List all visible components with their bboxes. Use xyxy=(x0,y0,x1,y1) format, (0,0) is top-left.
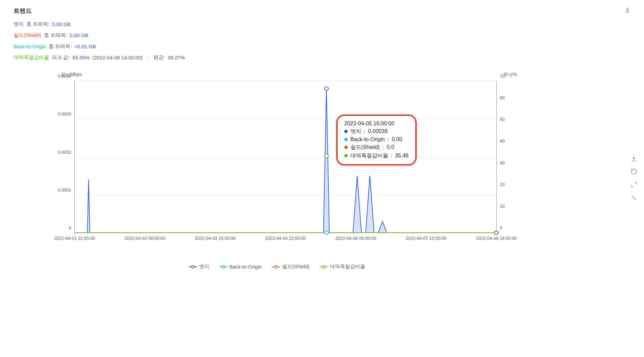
ytick-right-1: 10 xyxy=(500,203,510,208)
svg-point-5 xyxy=(324,231,328,234)
stat-edge: 엣지 총 트래픽: 0.00 GB xyxy=(14,21,630,27)
legend-bto[interactable]: Back-to-Origin xyxy=(219,263,262,270)
xtick-4: 2022-04-06 05:00:00 xyxy=(336,236,376,241)
dot-shield-icon xyxy=(344,146,348,149)
chart-container: 유닛Mbps 유닛% 0 0.0001 0.0002 0.0003 0.0004… xyxy=(41,71,514,270)
ytick-right-7: 70 xyxy=(500,74,510,79)
tooltip-row-edge: 엣지: 0.00038 xyxy=(344,128,409,135)
dot-edge-icon xyxy=(344,130,348,133)
stat-shield-key: 총 트래픽: xyxy=(44,32,67,39)
svg-point-3 xyxy=(324,87,328,90)
tool-collapse-icon[interactable] xyxy=(630,195,637,202)
stat-band-label: 대역폭절감비율 xyxy=(14,54,49,61)
svg-point-12 xyxy=(275,265,277,268)
ytick-right-3: 30 xyxy=(500,160,510,165)
tool-download-icon[interactable] xyxy=(630,155,637,163)
stat-edge-key: 총 트래픽: xyxy=(26,21,49,27)
chart-legend: 엣지 Back-to-Origin 쉴드(Shield) 대역폭절감비율 xyxy=(41,263,514,270)
page-title: 트렌드 xyxy=(14,7,32,15)
legend-edge-marker-icon xyxy=(189,265,197,269)
legend-bto-label: Back-to-Origin xyxy=(229,264,262,270)
tooltip-row-band: 대역폭절감비율: 35.46 xyxy=(344,152,409,159)
ytick-left-1: 0.0001 xyxy=(51,187,71,192)
legend-shield-label: 쉴드(Shield) xyxy=(282,263,310,270)
xtick-5: 2022-04-07 12:00:00 xyxy=(406,236,447,241)
dot-bto-icon xyxy=(344,138,348,141)
stat-band-peak-time: (2022-04-06 14:00:00) xyxy=(92,55,143,60)
tooltip-shield-label: 쉴드(Shield) xyxy=(350,144,380,151)
stat-shield-value: 0.00 GB xyxy=(70,32,88,38)
stat-bto-label: Back-to-Origin xyxy=(14,44,46,49)
tool-refresh-icon[interactable] xyxy=(630,168,637,176)
legend-shield[interactable]: 쉴드(Shield) xyxy=(272,263,310,270)
svg-point-14 xyxy=(322,265,325,268)
tooltip-time: 2022-04-05 16:00:00 xyxy=(344,121,409,127)
stats-block: 엣지 총 트래픽: 0.00 GB 쉴드(Shield) 총 트래픽: 0.00… xyxy=(14,21,630,61)
stat-bto-key: 총 트래픽: xyxy=(49,43,72,50)
xtick-0: 2022-04-01 01:00:00 xyxy=(54,236,95,241)
divider: ¦ xyxy=(148,55,149,60)
tooltip-band-label: 대역폭절감비율 xyxy=(350,152,388,159)
stat-shield-label: 쉴드(Shield) xyxy=(14,32,41,39)
legend-bto-marker-icon xyxy=(219,265,227,269)
stat-bto: Back-to-Origin 총 트래픽: <0.01 GB xyxy=(14,43,630,50)
svg-point-6 xyxy=(494,231,498,234)
ytick-left-2: 0.0002 xyxy=(51,149,71,154)
tooltip-row-bto: Back-to-Origin: 0.00 xyxy=(344,136,409,143)
ytick-left-0: 0 xyxy=(51,225,71,230)
ytick-left-4: 0.0004 xyxy=(51,74,71,79)
xtick-1: 2022-04-02 08:00:00 xyxy=(125,236,166,241)
tooltip-edge-label: 엣지 xyxy=(350,128,361,135)
chart-tooltip: 2022-04-05 16:00:00 엣지: 0.00038 Back-to-… xyxy=(336,114,417,165)
download-icon[interactable] xyxy=(624,7,630,14)
legend-band[interactable]: 대역폭절감비율 xyxy=(320,263,365,270)
stat-edge-label: 엣지 xyxy=(14,21,24,27)
legend-band-label: 대역폭절감비율 xyxy=(330,263,365,270)
svg-point-4 xyxy=(324,154,328,158)
legend-band-marker-icon xyxy=(320,265,328,269)
svg-point-8 xyxy=(192,265,194,268)
tooltip-edge-value: 0.00038 xyxy=(368,128,388,134)
stat-bto-value: <0.01 GB xyxy=(74,44,96,49)
plot-area[interactable]: 0 0.0001 0.0002 0.0003 0.0004 0 10 20 30… xyxy=(74,81,497,233)
tooltip-row-shield: 쉴드(Shield): 0.0 xyxy=(344,144,409,151)
stat-band-avg-key: 평균: xyxy=(153,54,165,61)
stat-edge-value: 0.00 GB xyxy=(52,21,71,27)
ytick-right-4: 40 xyxy=(500,138,510,144)
ytick-right-0: 0 xyxy=(500,225,510,230)
stat-band-avg-val: 39.27% xyxy=(168,55,185,60)
tool-expand-icon[interactable] xyxy=(630,181,637,189)
stat-band-peak-val: 65.55% xyxy=(72,55,90,60)
legend-edge[interactable]: 엣지 xyxy=(189,263,209,270)
tooltip-band-value: 35.46 xyxy=(395,153,408,159)
stat-band: 대역폭절감비율 피크 값:65.55%(2022-04-06 14:00:00)… xyxy=(14,54,630,61)
side-toolbar xyxy=(630,155,637,202)
ytick-right-2: 20 xyxy=(500,182,510,187)
tooltip-bto-value: 0.00 xyxy=(392,136,402,143)
stat-shield: 쉴드(Shield) 총 트래픽: 0.00 GB xyxy=(14,32,630,39)
stat-band-peak-key: 피크 값: xyxy=(52,54,70,61)
ytick-left-3: 0.0003 xyxy=(51,111,71,117)
xtick-2: 2022-04-03 15:00:00 xyxy=(195,236,236,241)
ytick-right-5: 50 xyxy=(500,117,510,122)
hover-markers xyxy=(75,81,496,233)
xtick-3: 2022-04-04 22:00:00 xyxy=(265,236,306,241)
dot-band-icon xyxy=(344,154,348,157)
tooltip-bto-label: Back-to-Origin xyxy=(350,136,385,143)
ytick-right-6: 60 xyxy=(500,95,510,100)
tooltip-shield-value: 0.0 xyxy=(387,144,394,150)
svg-point-10 xyxy=(222,265,225,268)
legend-shield-marker-icon xyxy=(272,265,280,269)
legend-edge-label: 엣지 xyxy=(199,263,209,270)
xtick-6: 2022-04-08 19:00:00 xyxy=(476,236,517,241)
